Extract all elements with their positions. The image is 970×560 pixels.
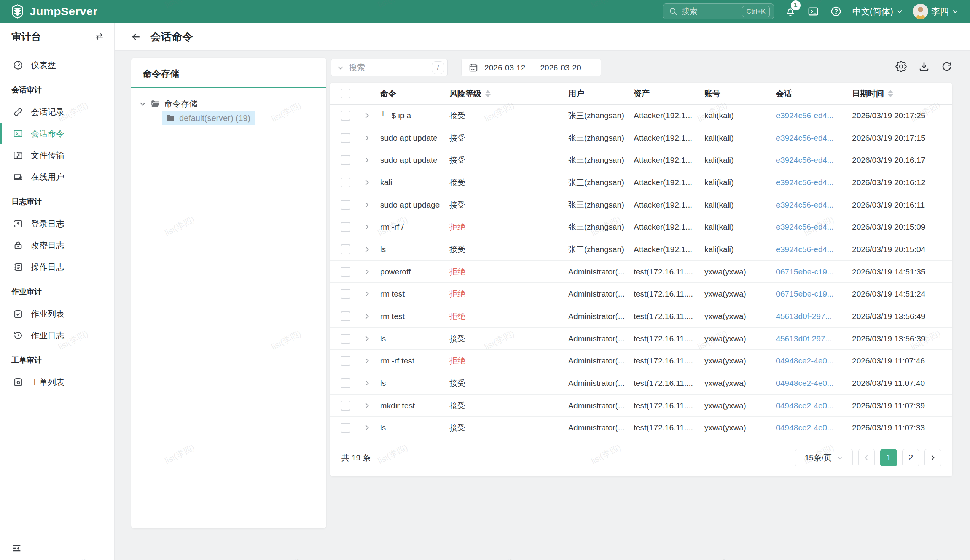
table-row[interactable]: mkdir test 接受 Administrator(... test(172… bbox=[330, 395, 953, 417]
session-link[interactable]: 06715ebe-c19... bbox=[776, 289, 834, 298]
expand-row-icon[interactable] bbox=[363, 357, 371, 365]
sidebar-item-file-transfer[interactable]: 文件传输 bbox=[0, 145, 114, 166]
table-row[interactable]: sudo apt updage 接受 张三(zhangsan) Attacker… bbox=[330, 194, 953, 216]
session-link[interactable]: e3924c56-ed4... bbox=[776, 133, 834, 142]
sidebar-item-session-record[interactable]: 会话记录 bbox=[0, 101, 114, 123]
table-row[interactable]: poweroff 拒绝 Administrator(... test(172.1… bbox=[330, 261, 953, 283]
session-link[interactable]: 04948ce2-4e0... bbox=[776, 401, 834, 410]
row-checkbox[interactable] bbox=[341, 356, 351, 366]
table-row[interactable]: rm test 拒绝 Administrator(... test(172.16… bbox=[330, 283, 953, 305]
sidebar-item-dashboard[interactable]: 仪表盘 bbox=[0, 54, 114, 76]
session-link[interactable]: e3924c56-ed4... bbox=[776, 200, 834, 209]
session-link[interactable]: 04948ce2-4e0... bbox=[776, 423, 834, 432]
row-checkbox[interactable] bbox=[341, 155, 351, 165]
refresh-button[interactable] bbox=[941, 61, 953, 72]
expand-row-icon[interactable] bbox=[363, 290, 371, 298]
table-row[interactable]: rm test 拒绝 Administrator(... test(172.16… bbox=[330, 305, 953, 328]
app-logo[interactable]: JumpServer bbox=[0, 4, 97, 19]
prev-page-button[interactable] bbox=[858, 449, 875, 467]
select-all-checkbox[interactable] bbox=[341, 88, 351, 98]
table-row[interactable]: ls 接受 Administrator(... test(172.16.11..… bbox=[330, 417, 953, 439]
expand-row-icon[interactable] bbox=[363, 156, 371, 164]
row-checkbox[interactable] bbox=[341, 289, 351, 299]
expand-row-icon[interactable] bbox=[363, 335, 371, 343]
expand-row-icon[interactable] bbox=[363, 223, 371, 231]
expand-row-icon[interactable] bbox=[363, 402, 371, 410]
row-checkbox[interactable] bbox=[341, 245, 351, 254]
web-terminal-button[interactable] bbox=[807, 5, 819, 18]
session-link[interactable]: 04948ce2-4e0... bbox=[776, 356, 834, 365]
expand-row-icon[interactable] bbox=[363, 379, 371, 387]
collapse-sidebar-button[interactable] bbox=[12, 543, 22, 553]
expand-row-icon[interactable] bbox=[363, 423, 371, 432]
table-row[interactable]: ls 接受 Administrator(... test(172.16.11..… bbox=[330, 328, 953, 350]
row-checkbox[interactable] bbox=[341, 334, 351, 344]
session-link[interactable]: e3924c56-ed4... bbox=[776, 222, 834, 231]
switch-view-icon[interactable] bbox=[94, 32, 104, 42]
session-link[interactable]: e3924c56-ed4... bbox=[776, 178, 834, 187]
sidebar-item-password-log[interactable]: 改密日志 bbox=[0, 235, 114, 256]
row-checkbox[interactable] bbox=[341, 267, 351, 277]
tree-node-default-selected[interactable]: default(server) (19) bbox=[162, 111, 255, 125]
row-checkbox[interactable] bbox=[341, 222, 351, 232]
expand-row-icon[interactable] bbox=[363, 178, 371, 187]
sidebar-item-session-command[interactable]: 会话命令 bbox=[0, 123, 114, 145]
row-checkbox[interactable] bbox=[341, 312, 351, 321]
notification-bell-button[interactable]: 1 bbox=[784, 5, 797, 18]
user-menu[interactable]: 李四 bbox=[913, 4, 958, 19]
caret-down-icon[interactable] bbox=[139, 100, 147, 108]
column-header-asset[interactable]: 资产 bbox=[634, 88, 704, 99]
row-checkbox[interactable] bbox=[341, 178, 351, 187]
back-arrow-button[interactable] bbox=[130, 31, 142, 43]
expand-row-icon[interactable] bbox=[363, 245, 371, 253]
sidebar-item-job-log[interactable]: 作业日志 bbox=[0, 325, 114, 346]
sort-icon[interactable] bbox=[888, 90, 893, 97]
expand-row-icon[interactable] bbox=[363, 112, 371, 120]
row-checkbox[interactable] bbox=[341, 401, 351, 411]
table-row[interactable]: ls 接受 Administrator(... test(172.16.11..… bbox=[330, 372, 953, 395]
table-row[interactable]: └─$ ip a 接受 张三(zhangsan) Attacker(192.1.… bbox=[330, 105, 953, 127]
expand-row-icon[interactable] bbox=[363, 268, 371, 276]
expand-row-icon[interactable] bbox=[363, 312, 371, 320]
sidebar-item-job-list[interactable]: 作业列表 bbox=[0, 303, 114, 325]
column-header-risk[interactable]: 风险等级 bbox=[450, 88, 568, 99]
sidebar-item-ticket-list[interactable]: 工单列表 bbox=[0, 372, 114, 393]
session-link[interactable]: 04948ce2-4e0... bbox=[776, 379, 834, 387]
sidebar-item-operate-log[interactable]: 操作日志 bbox=[0, 256, 114, 278]
date-range-picker[interactable]: 2026-03-12 - 2026-03-20 bbox=[461, 58, 601, 77]
language-selector[interactable]: 中文(简体) bbox=[853, 6, 903, 17]
row-checkbox[interactable] bbox=[341, 111, 351, 120]
session-link[interactable]: 45613d0f-297... bbox=[776, 312, 832, 320]
page-button-2[interactable]: 2 bbox=[902, 449, 919, 467]
session-link[interactable]: 06715ebe-c19... bbox=[776, 267, 834, 276]
page-size-select[interactable]: 15条/页 bbox=[795, 449, 853, 467]
sort-icon[interactable] bbox=[485, 90, 490, 97]
sidebar-item-online-users[interactable]: 在线用户 bbox=[0, 166, 114, 188]
column-header-datetime[interactable]: 日期时间 bbox=[852, 88, 953, 99]
expand-row-icon[interactable] bbox=[363, 201, 371, 209]
column-header-user[interactable]: 用户 bbox=[568, 88, 634, 99]
session-link[interactable]: 45613d0f-297... bbox=[776, 334, 832, 343]
help-button[interactable] bbox=[830, 5, 843, 18]
next-page-button[interactable] bbox=[924, 449, 941, 467]
page-button-1[interactable]: 1 bbox=[880, 449, 897, 467]
session-link[interactable]: e3924c56-ed4... bbox=[776, 245, 834, 253]
row-checkbox[interactable] bbox=[341, 133, 351, 143]
table-row[interactable]: rm -rf test 拒绝 Administrator(... test(17… bbox=[330, 350, 953, 372]
table-row[interactable]: kali 接受 张三(zhangsan) Attacker(192.1... k… bbox=[330, 172, 953, 194]
sidebar-item-login-log[interactable]: 登录日志 bbox=[0, 213, 114, 235]
download-button[interactable] bbox=[918, 61, 930, 72]
row-checkbox[interactable] bbox=[341, 200, 351, 210]
expand-row-icon[interactable] bbox=[363, 134, 371, 142]
table-row[interactable]: ls 接受 张三(zhangsan) Attacker(192.1... kal… bbox=[330, 238, 953, 261]
session-link[interactable]: e3924c56-ed4... bbox=[776, 111, 834, 120]
column-header-session[interactable]: 会话 bbox=[776, 88, 852, 99]
session-link[interactable]: e3924c56-ed4... bbox=[776, 155, 834, 164]
table-search-input[interactable]: 搜索 / bbox=[331, 58, 448, 77]
column-header-command[interactable]: 命令 bbox=[380, 88, 450, 99]
row-checkbox[interactable] bbox=[341, 423, 351, 433]
settings-gear-button[interactable] bbox=[895, 61, 907, 72]
table-row[interactable]: rm -rf / 拒绝 张三(zhangsan) Attacker(192.1.… bbox=[330, 216, 953, 238]
table-row[interactable]: sudo apt update 接受 张三(zhangsan) Attacker… bbox=[330, 149, 953, 172]
row-checkbox[interactable] bbox=[341, 378, 351, 388]
